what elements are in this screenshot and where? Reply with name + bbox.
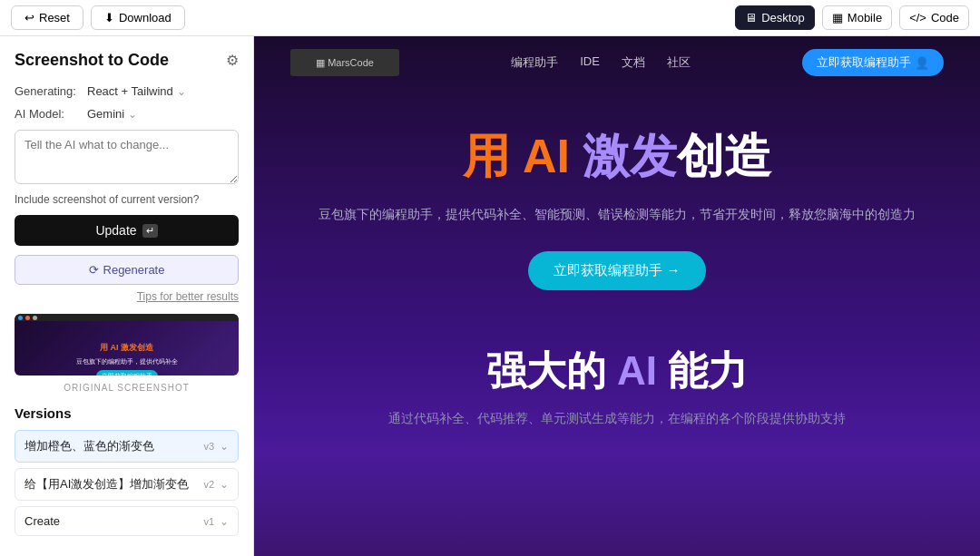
nav-link-coding[interactable]: 编程助手 (511, 54, 558, 71)
include-screenshot-label: Include screenshot of current version? (15, 193, 239, 206)
capabilities-subtitle: 通过代码补全、代码推荐、单元测试生成等能力，在编程的各个阶段提供协助支持 (309, 411, 926, 427)
nav-cta-user-icon: 👤 (915, 56, 929, 70)
hero-cta-button[interactable]: 立即获取编程助手 → (528, 251, 705, 290)
version-name-v3: 增加橙色、蓝色的渐变色 (24, 438, 203, 454)
nav-cta-button[interactable]: 立即获取编程助手 👤 (802, 49, 944, 76)
sidebar-title: Screenshot to Code (15, 51, 169, 70)
hero-section: 用 AI 激发创造 豆包旗下的编程助手，提供代码补全、智能预测、错误检测等能力，… (254, 89, 980, 317)
reset-icon: ↩ (24, 11, 34, 24)
desktop-label: Desktop (761, 11, 805, 24)
desktop-icon: 🖥 (745, 11, 757, 24)
original-screenshot-label: ORIGINAL SCREENSHOT (15, 383, 239, 393)
mini-dot-2 (25, 316, 30, 320)
hero-title-part2: 激发 (583, 130, 677, 182)
thumbnail-cta: 立即获取编程助手 (96, 370, 158, 376)
nav-link-community[interactable]: 社区 (667, 54, 691, 71)
mini-dot-3 (33, 316, 37, 320)
ai-model-value: Gemini (87, 107, 124, 121)
reset-button[interactable]: ↩ Reset (11, 5, 83, 30)
version-badge-v2: v2 (203, 479, 214, 490)
ai-model-chevron-icon[interactable]: ⌄ (128, 108, 137, 121)
version-item-v2[interactable]: 给【用AI激发创造】增加渐变色 v2 ⌄ (15, 468, 239, 501)
update-button[interactable]: Update ↵ (15, 215, 239, 246)
update-label: Update (95, 223, 136, 238)
download-label: Download (119, 11, 172, 24)
thumbnail-title: 用 AI 激发创造 (100, 342, 153, 354)
version-item-v1[interactable]: Create v1 ⌄ (15, 506, 239, 536)
generating-row: Generating: React + Tailwind ⌄ (15, 84, 239, 98)
toolbar-right: 🖥 Desktop ▦ Mobile </> Code (735, 5, 969, 30)
hero-title-part3: 创造 (677, 130, 771, 182)
capabilities-title-ai: AI (617, 348, 657, 393)
sidebar-header: Screenshot to Code ⚙ (15, 51, 239, 70)
mobile-icon: ▦ (832, 11, 843, 24)
version-chevron-v1-icon: ⌄ (220, 515, 229, 528)
version-name-v2: 给【用AI激发创造】增加渐变色 (24, 476, 203, 493)
generating-value-wrapper: React + Tailwind ⌄ (87, 84, 239, 98)
ai-model-value-wrapper: Gemini ⌄ (87, 107, 239, 121)
ai-model-row: AI Model: Gemini ⌄ (15, 107, 239, 121)
regenerate-icon: ⟳ (89, 263, 99, 277)
capabilities-section: 强大的 AI 能力 通过代码补全、代码推荐、单元测试生成等能力，在编程的各个阶段… (254, 317, 980, 454)
version-chevron-v3-icon: ⌄ (220, 440, 229, 453)
hero-title: 用 AI 激发创造 (309, 125, 926, 189)
download-icon: ⬇ (104, 11, 114, 24)
screenshot-thumbnail: 用 AI 激发创造 豆包旗下的编程助手，提供代码补全 立即获取编程助手 强大的 … (15, 314, 239, 376)
reset-label: Reset (39, 11, 70, 24)
hero-title-part1: 用 AI (463, 130, 583, 182)
enter-icon: ↵ (142, 224, 158, 238)
version-chevron-v2-icon: ⌄ (220, 478, 229, 491)
mars-logo: ▦ MarsCode (290, 49, 399, 76)
sidebar: Screenshot to Code ⚙ Generating: React +… (0, 36, 254, 556)
screenshot-preview: 用 AI 激发创造 豆包旗下的编程助手，提供代码补全 立即获取编程助手 强大的 … (15, 314, 239, 376)
toolbar: ↩ Reset ⬇ Download 🖥 Desktop ▦ Mobile </… (0, 0, 980, 36)
version-item-v3[interactable]: 增加橙色、蓝色的渐变色 v3 ⌄ (15, 430, 239, 463)
toolbar-left: ↩ Reset ⬇ Download (11, 5, 185, 30)
desktop-view-button[interactable]: 🖥 Desktop (735, 5, 815, 30)
code-icon: </> (909, 11, 926, 24)
mini-nav-bar (15, 314, 239, 321)
mobile-view-button[interactable]: ▦ Mobile (822, 5, 892, 30)
generating-value: React + Tailwind (87, 84, 173, 98)
main-layout: Screenshot to Code ⚙ Generating: React +… (0, 36, 980, 556)
preview-area: ▦ MarsCode 编程助手 IDE 文档 社区 立即获取编程助手 👤 用 A… (254, 36, 980, 556)
download-button[interactable]: ⬇ Download (91, 5, 185, 30)
generating-label: Generating: (15, 84, 87, 98)
prompt-textarea[interactable] (15, 130, 239, 184)
capabilities-title-text2: 能力 (657, 348, 748, 393)
mars-nav: ▦ MarsCode 编程助手 IDE 文档 社区 立即获取编程助手 👤 (254, 36, 980, 89)
code-view-button[interactable]: </> Code (899, 5, 969, 30)
capabilities-title-text1: 强大的 (486, 348, 617, 393)
version-badge-v1: v1 (203, 516, 214, 527)
mobile-label: Mobile (848, 11, 882, 24)
regenerate-label: Regenerate (103, 263, 165, 277)
ai-model-label: AI Model: (15, 107, 87, 121)
version-badge-v3: v3 (203, 441, 214, 452)
capabilities-title: 强大的 AI 能力 (309, 345, 926, 398)
settings-icon[interactable]: ⚙ (226, 52, 239, 69)
versions-title: Versions (15, 405, 239, 421)
version-name-v1: Create (24, 514, 203, 528)
tips-link[interactable]: Tips for better results (15, 290, 239, 303)
mini-dot-1 (18, 316, 23, 320)
nav-link-docs[interactable]: 文档 (622, 54, 645, 71)
code-label: Code (931, 11, 959, 24)
regenerate-button[interactable]: ⟳ Regenerate (15, 255, 239, 285)
nav-cta-label: 立即获取编程助手 (817, 54, 911, 71)
nav-link-ide[interactable]: IDE (580, 54, 600, 71)
hero-subtitle: 豆包旗下的编程助手，提供代码补全、智能预测、错误检测等能力，节省开发时间，释放您… (309, 203, 926, 226)
thumbnail-subtitle: 豆包旗下的编程助手，提供代码补全 (76, 357, 178, 366)
preview-frame: ▦ MarsCode 编程助手 IDE 文档 社区 立即获取编程助手 👤 用 A… (254, 36, 980, 556)
mars-nav-links: 编程助手 IDE 文档 社区 (511, 54, 691, 71)
hero-cta-label: 立即获取编程助手 → (554, 262, 680, 279)
generating-chevron-icon[interactable]: ⌄ (177, 85, 186, 98)
